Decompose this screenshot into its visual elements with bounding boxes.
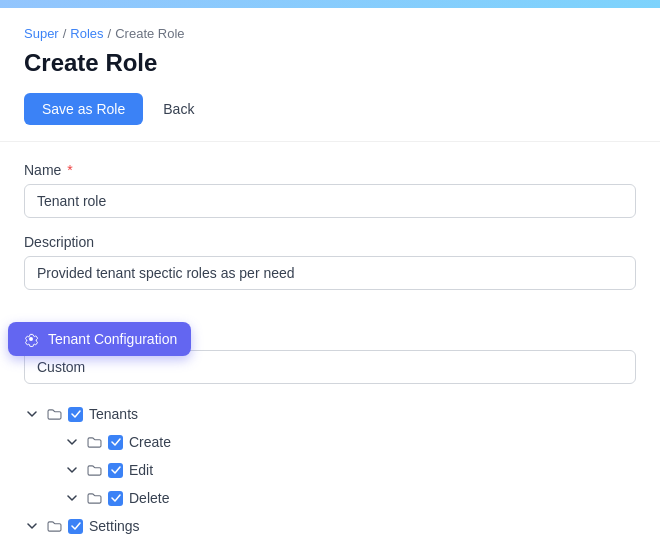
breadcrumb-current: Create Role [115, 26, 184, 41]
create-label: Create [129, 434, 171, 450]
folder-create-icon [86, 434, 102, 450]
chevron-edit[interactable] [64, 462, 80, 478]
description-group: Description [24, 234, 636, 290]
chevron-delete[interactable] [64, 490, 80, 506]
folder-tenants-icon [46, 406, 62, 422]
tree-row-delete: Delete [24, 484, 636, 512]
tenants-label: Tenants [89, 406, 138, 422]
back-button[interactable]: Back [159, 93, 198, 125]
tree-row-edit: Edit [24, 456, 636, 484]
settings-label: Settings [89, 518, 140, 534]
edit-label: Edit [129, 462, 153, 478]
breadcrumb-sep-2: / [108, 26, 112, 41]
main-content: Super / Roles / Create Role Create Role … [0, 8, 660, 550]
header-section: Super / Roles / Create Role Create Role … [0, 8, 660, 142]
checkbox-create[interactable] [108, 435, 123, 450]
tree-row-settings: Settings [24, 512, 636, 540]
name-group: Name * [24, 162, 636, 218]
description-input[interactable] [24, 256, 636, 290]
breadcrumb: Super / Roles / Create Role [24, 26, 636, 41]
tooltip-label: Tenant Configuration [48, 331, 177, 347]
folder-delete-icon [86, 490, 102, 506]
page-title: Create Role [24, 49, 636, 77]
tree-row-tenants: Tenants [24, 400, 636, 428]
delete-label: Delete [129, 490, 169, 506]
chevron-settings[interactable] [24, 518, 40, 534]
chevron-tenants[interactable] [24, 406, 40, 422]
chevron-create[interactable] [64, 434, 80, 450]
folder-edit-icon [86, 462, 102, 478]
breadcrumb-roles[interactable]: Roles [70, 26, 103, 41]
breadcrumb-super[interactable]: Super [24, 26, 59, 41]
required-star: * [63, 162, 72, 178]
tree-section: Tenants Create [0, 400, 660, 540]
folder-settings-icon [46, 518, 62, 534]
tenant-configuration-tooltip[interactable]: Tenant Configuration [8, 322, 191, 356]
checkbox-delete[interactable] [108, 491, 123, 506]
gear-icon [22, 330, 40, 348]
breadcrumb-sep-1: / [63, 26, 67, 41]
tree-row-create: Create [24, 428, 636, 456]
top-bar [0, 0, 660, 8]
name-input[interactable] [24, 184, 636, 218]
form-section: Name * Description [0, 142, 660, 326]
checkbox-settings[interactable] [68, 519, 83, 534]
checkbox-tenants[interactable] [68, 407, 83, 422]
action-buttons: Save as Role Back [24, 93, 636, 125]
save-as-role-button[interactable]: Save as Role [24, 93, 143, 125]
checkbox-edit[interactable] [108, 463, 123, 478]
description-label: Description [24, 234, 636, 250]
name-label: Name * [24, 162, 636, 178]
